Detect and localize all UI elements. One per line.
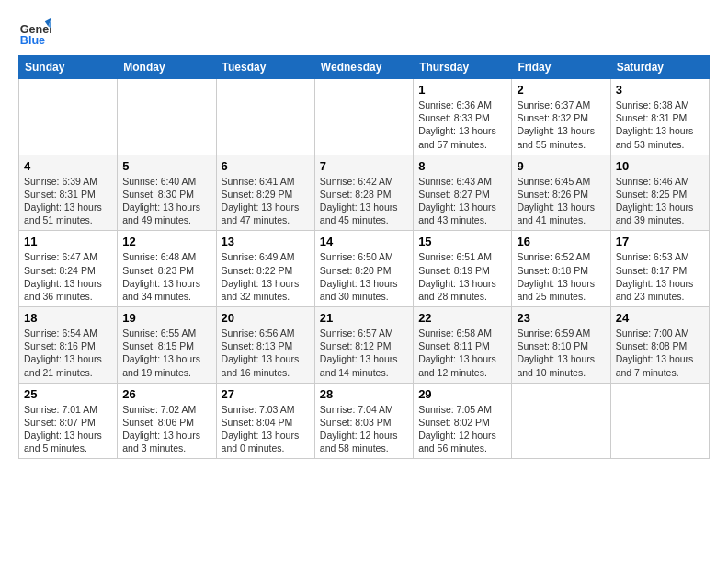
calendar-cell (512, 383, 610, 459)
calendar-cell (118, 79, 216, 155)
calendar-cell: 25Sunrise: 7:01 AMSunset: 8:07 PMDayligh… (19, 383, 118, 459)
day-number: 8 (418, 159, 506, 173)
calendar-table: SundayMondayTuesdayWednesdayThursdayFrid… (18, 55, 710, 459)
weekday-header-wednesday: Wednesday (314, 56, 413, 79)
weekday-header-monday: Monday (118, 56, 216, 79)
day-info: Sunrise: 6:52 AMSunset: 8:18 PMDaylight:… (517, 250, 605, 303)
weekday-header-friday: Friday (512, 56, 610, 79)
calendar-cell: 4Sunrise: 6:39 AMSunset: 8:31 PMDaylight… (19, 155, 118, 231)
calendar-cell: 19Sunrise: 6:55 AMSunset: 8:15 PMDayligh… (118, 307, 216, 384)
day-number: 21 (320, 311, 408, 325)
calendar-cell (216, 79, 314, 155)
day-info: Sunrise: 6:36 AMSunset: 8:33 PMDaylight:… (418, 98, 506, 151)
day-info: Sunrise: 7:04 AMSunset: 8:03 PMDaylight:… (320, 403, 408, 455)
calendar-cell: 10Sunrise: 6:46 AMSunset: 8:25 PMDayligh… (610, 155, 709, 231)
day-info: Sunrise: 7:05 AMSunset: 8:02 PMDaylight:… (418, 403, 506, 455)
day-info: Sunrise: 6:45 AMSunset: 8:26 PMDaylight:… (517, 175, 605, 227)
calendar-cell: 8Sunrise: 6:43 AMSunset: 8:27 PMDaylight… (414, 155, 512, 231)
calendar-cell (19, 79, 118, 155)
calendar-week-4: 18Sunrise: 6:54 AMSunset: 8:16 PMDayligh… (19, 307, 710, 384)
day-info: Sunrise: 7:01 AMSunset: 8:07 PMDaylight:… (24, 403, 112, 455)
day-number: 14 (320, 235, 408, 248)
calendar-cell: 18Sunrise: 6:54 AMSunset: 8:16 PMDayligh… (19, 307, 118, 384)
weekday-header-saturday: Saturday (610, 56, 709, 79)
calendar-cell: 12Sunrise: 6:48 AMSunset: 8:23 PMDayligh… (118, 231, 216, 307)
day-info: Sunrise: 6:39 AMSunset: 8:31 PMDaylight:… (24, 175, 112, 227)
weekday-header-sunday: Sunday (19, 56, 118, 79)
day-info: Sunrise: 6:56 AMSunset: 8:13 PMDaylight:… (222, 327, 310, 379)
calendar-cell: 26Sunrise: 7:02 AMSunset: 8:06 PMDayligh… (118, 383, 216, 459)
svg-text:Blue: Blue (20, 34, 45, 47)
day-info: Sunrise: 6:53 AMSunset: 8:17 PMDaylight:… (616, 250, 704, 303)
day-number: 10 (616, 159, 704, 173)
header: General Blue (18, 15, 710, 48)
day-number: 13 (222, 235, 310, 248)
day-info: Sunrise: 6:51 AMSunset: 8:19 PMDaylight:… (418, 250, 506, 303)
day-number: 24 (616, 311, 704, 325)
day-info: Sunrise: 6:49 AMSunset: 8:22 PMDaylight:… (222, 250, 310, 303)
day-number: 16 (517, 235, 605, 248)
day-number: 19 (122, 311, 210, 325)
calendar-cell: 16Sunrise: 6:52 AMSunset: 8:18 PMDayligh… (512, 231, 610, 307)
calendar-week-1: 1Sunrise: 6:36 AMSunset: 8:33 PMDaylight… (19, 79, 710, 155)
day-info: Sunrise: 7:02 AMSunset: 8:06 PMDaylight:… (122, 403, 210, 455)
calendar-cell: 9Sunrise: 6:45 AMSunset: 8:26 PMDaylight… (512, 155, 610, 231)
day-info: Sunrise: 6:42 AMSunset: 8:28 PMDaylight:… (320, 175, 408, 227)
day-number: 6 (222, 159, 310, 173)
day-number: 23 (517, 311, 605, 325)
calendar-cell: 17Sunrise: 6:53 AMSunset: 8:17 PMDayligh… (610, 231, 709, 307)
day-number: 7 (320, 159, 408, 173)
calendar-week-5: 25Sunrise: 7:01 AMSunset: 8:07 PMDayligh… (19, 383, 710, 459)
calendar-cell: 7Sunrise: 6:42 AMSunset: 8:28 PMDaylight… (314, 155, 413, 231)
logo-icon: General Blue (18, 15, 51, 48)
day-number: 11 (24, 235, 112, 248)
day-number: 26 (122, 387, 210, 401)
day-info: Sunrise: 6:59 AMSunset: 8:10 PMDaylight:… (517, 327, 605, 379)
calendar-cell (314, 79, 413, 155)
day-info: Sunrise: 6:38 AMSunset: 8:31 PMDaylight:… (616, 98, 704, 151)
day-number: 4 (24, 159, 112, 173)
day-number: 27 (222, 387, 310, 401)
calendar-cell: 1Sunrise: 6:36 AMSunset: 8:33 PMDaylight… (414, 79, 512, 155)
day-number: 20 (222, 311, 310, 325)
day-info: Sunrise: 7:03 AMSunset: 8:04 PMDaylight:… (222, 403, 310, 455)
calendar-cell: 20Sunrise: 6:56 AMSunset: 8:13 PMDayligh… (216, 307, 314, 384)
day-info: Sunrise: 6:48 AMSunset: 8:23 PMDaylight:… (122, 250, 210, 303)
day-info: Sunrise: 6:46 AMSunset: 8:25 PMDaylight:… (616, 175, 704, 227)
calendar-cell: 11Sunrise: 6:47 AMSunset: 8:24 PMDayligh… (19, 231, 118, 307)
day-info: Sunrise: 6:55 AMSunset: 8:15 PMDaylight:… (122, 327, 210, 379)
calendar-cell: 28Sunrise: 7:04 AMSunset: 8:03 PMDayligh… (314, 383, 413, 459)
day-number: 22 (418, 311, 506, 325)
day-number: 15 (418, 235, 506, 248)
day-info: Sunrise: 6:57 AMSunset: 8:12 PMDaylight:… (320, 327, 408, 379)
day-info: Sunrise: 6:47 AMSunset: 8:24 PMDaylight:… (24, 250, 112, 303)
calendar-cell: 23Sunrise: 6:59 AMSunset: 8:10 PMDayligh… (512, 307, 610, 384)
day-number: 9 (517, 159, 605, 173)
calendar-cell: 3Sunrise: 6:38 AMSunset: 8:31 PMDaylight… (610, 79, 709, 155)
day-info: Sunrise: 6:58 AMSunset: 8:11 PMDaylight:… (418, 327, 506, 379)
weekday-header-row: SundayMondayTuesdayWednesdayThursdayFrid… (19, 56, 710, 79)
calendar-cell: 22Sunrise: 6:58 AMSunset: 8:11 PMDayligh… (414, 307, 512, 384)
day-number: 5 (122, 159, 210, 173)
calendar-cell: 29Sunrise: 7:05 AMSunset: 8:02 PMDayligh… (414, 383, 512, 459)
calendar-cell: 14Sunrise: 6:50 AMSunset: 8:20 PMDayligh… (314, 231, 413, 307)
day-number: 17 (616, 235, 704, 248)
calendar-cell: 6Sunrise: 6:41 AMSunset: 8:29 PMDaylight… (216, 155, 314, 231)
day-number: 18 (24, 311, 112, 325)
day-info: Sunrise: 6:50 AMSunset: 8:20 PMDaylight:… (320, 250, 408, 303)
day-info: Sunrise: 7:00 AMSunset: 8:08 PMDaylight:… (616, 327, 704, 379)
calendar-cell: 15Sunrise: 6:51 AMSunset: 8:19 PMDayligh… (414, 231, 512, 307)
calendar-cell: 21Sunrise: 6:57 AMSunset: 8:12 PMDayligh… (314, 307, 413, 384)
weekday-header-thursday: Thursday (414, 56, 512, 79)
calendar-cell (610, 383, 709, 459)
calendar-cell: 27Sunrise: 7:03 AMSunset: 8:04 PMDayligh… (216, 383, 314, 459)
day-number: 28 (320, 387, 408, 401)
day-number: 25 (24, 387, 112, 401)
day-number: 1 (418, 83, 506, 97)
day-number: 2 (517, 83, 605, 97)
day-info: Sunrise: 6:54 AMSunset: 8:16 PMDaylight:… (24, 327, 112, 379)
calendar-cell: 13Sunrise: 6:49 AMSunset: 8:22 PMDayligh… (216, 231, 314, 307)
calendar-week-3: 11Sunrise: 6:47 AMSunset: 8:24 PMDayligh… (19, 231, 710, 307)
logo: General Blue (18, 15, 55, 48)
calendar-cell: 5Sunrise: 6:40 AMSunset: 8:30 PMDaylight… (118, 155, 216, 231)
